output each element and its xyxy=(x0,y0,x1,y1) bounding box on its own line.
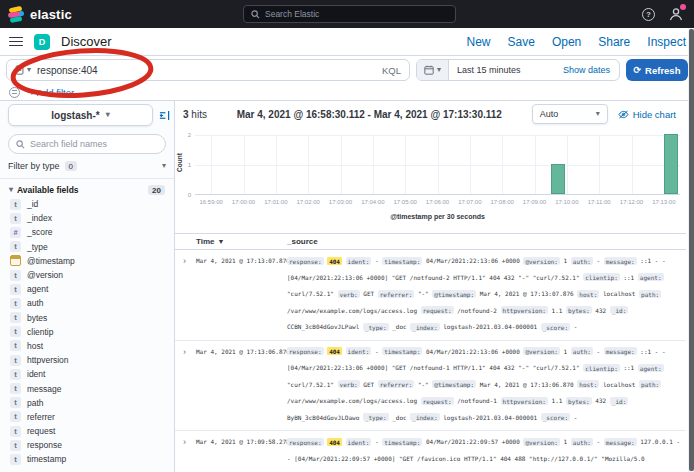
field-value: _doc xyxy=(392,323,406,330)
field-httpversion[interactable]: thttpversion xyxy=(0,353,174,367)
field-badge: @version: xyxy=(523,347,560,355)
user-avatar[interactable] xyxy=(668,6,684,22)
query-language-label[interactable]: KQL xyxy=(382,65,401,76)
discover-app-badge[interactable]: D xyxy=(34,34,50,50)
field-badge: response: xyxy=(287,347,324,355)
field-value: logstash-2021.03.04-000001 xyxy=(443,323,537,330)
field-value: /notfound-2 xyxy=(457,307,497,314)
field-request[interactable]: trequest xyxy=(0,424,174,438)
field-_type[interactable]: t_type xyxy=(0,240,174,254)
collapse-sidebar-icon[interactable] xyxy=(159,110,170,121)
field-value: - xyxy=(574,414,578,421)
x-tick: 17:06:00 xyxy=(426,199,449,205)
available-fields-count: 20 xyxy=(148,185,165,195)
string-field-icon: t xyxy=(10,355,21,366)
interval-select[interactable]: Auto ▾ xyxy=(532,104,608,124)
calendar-icon xyxy=(424,65,434,75)
field-value: CCBN_3cB04dGovJLPawl xyxy=(287,323,359,330)
field-badge: bytes: xyxy=(566,306,592,314)
field-value: 04/Mar/2021:22:13:06 +0000 xyxy=(426,348,520,355)
field-timestamp[interactable]: ttimestamp xyxy=(0,452,174,466)
field-_score[interactable]: #_score xyxy=(0,225,174,239)
global-search-placeholder: Search Elastic xyxy=(265,9,319,19)
field-badge: @timestamp: xyxy=(432,380,476,388)
field-response[interactable]: tresponse xyxy=(0,438,174,452)
refresh-button[interactable]: ⟳ Refresh xyxy=(626,59,688,81)
field-auth[interactable]: tauth xyxy=(0,296,174,310)
field-clientip[interactable]: tclientip xyxy=(0,325,174,339)
field-search-input[interactable]: Search field names xyxy=(8,134,166,154)
query-input[interactable]: ▾ response:404 KQL xyxy=(6,59,410,81)
expand-row-icon[interactable]: › xyxy=(183,434,196,450)
histogram-bar[interactable] xyxy=(551,164,565,194)
highlighted-value: 404 xyxy=(327,347,342,355)
time-column-header[interactable]: Time ▼ xyxy=(196,237,287,246)
sort-desc-icon[interactable]: ▼ xyxy=(218,238,225,245)
field-badge: host: xyxy=(577,380,599,388)
saved-query-icon[interactable] xyxy=(15,65,25,75)
global-search-input[interactable]: Search Elastic xyxy=(243,5,456,23)
hide-chart-link[interactable]: Hide chart xyxy=(618,109,676,120)
quick-select-button[interactable]: ▾ xyxy=(417,60,449,80)
field-_index[interactable]: t_index xyxy=(0,211,174,225)
string-field-icon: t xyxy=(10,298,21,309)
field-@timestamp[interactable]: @timestamp xyxy=(0,254,174,268)
field-bytes[interactable]: tbytes xyxy=(0,311,174,325)
field-name: request xyxy=(27,426,55,436)
field-badge: message: xyxy=(604,438,637,446)
query-text[interactable]: response:404 xyxy=(37,65,376,76)
field-ident[interactable]: tident xyxy=(0,367,174,381)
chevron-down-icon[interactable]: ▾ xyxy=(27,66,31,74)
brand-name: elastic xyxy=(30,7,72,22)
nav-action-save[interactable]: Save xyxy=(508,35,535,49)
expand-row-icon[interactable]: › xyxy=(183,253,196,269)
field-@version[interactable]: t@version xyxy=(0,268,174,282)
field-message[interactable]: tmessage xyxy=(0,381,174,395)
histogram-bar[interactable] xyxy=(664,134,678,194)
field-badge: response: xyxy=(287,438,324,446)
string-field-icon: t xyxy=(10,440,21,451)
string-field-icon: t xyxy=(10,213,21,224)
filter-by-type-toggle[interactable]: Filter by type 0 ▾ xyxy=(8,161,166,171)
nav-action-share[interactable]: Share xyxy=(598,35,630,49)
filter-menu-icon[interactable] xyxy=(9,87,20,98)
page-scrollbar[interactable] xyxy=(688,28,694,472)
field-_id[interactable]: t_id xyxy=(0,197,174,211)
field-referrer[interactable]: treferrer xyxy=(0,410,174,424)
field-value: 1.1 xyxy=(552,397,563,404)
field-path[interactable]: tpath xyxy=(0,396,174,410)
field-agent[interactable]: tagent xyxy=(0,282,174,296)
nav-action-inspect[interactable]: Inspect xyxy=(647,35,686,49)
field-badge: httpversion: xyxy=(501,397,548,405)
field-name: referrer xyxy=(27,412,55,422)
string-field-icon: t xyxy=(10,312,21,323)
field-badge: timestamp: xyxy=(382,347,422,355)
x-tick: 17:00:00 xyxy=(232,199,255,205)
field-host[interactable]: thost xyxy=(0,339,174,353)
time-range-value[interactable]: Last 15 minutes xyxy=(449,65,529,75)
field-value: ::1 xyxy=(623,274,634,281)
field-value: 1 xyxy=(564,257,568,264)
elastic-logo[interactable]: elastic xyxy=(8,6,72,22)
scrollbar-thumb[interactable] xyxy=(689,29,694,471)
field-value: ByBN_3cB04dGovJLOawo xyxy=(287,414,359,421)
string-field-icon: t xyxy=(10,326,21,337)
available-fields-accordion[interactable]: ▾ Available fields 20 xyxy=(9,185,165,195)
field-name: message xyxy=(27,384,62,394)
expand-row-icon[interactable]: › xyxy=(183,344,196,360)
nav-action-new[interactable]: New xyxy=(467,35,491,49)
row-source: response: 404 ident: - timestamp: 04/Mar… xyxy=(287,253,686,336)
help-icon[interactable]: ? xyxy=(642,8,655,21)
add-filter-link[interactable]: + Add filter xyxy=(29,87,74,98)
string-field-icon: t xyxy=(10,340,21,351)
field-name: _score xyxy=(27,227,53,237)
field-badge: host: xyxy=(577,290,599,298)
field-badge: @version: xyxy=(523,438,560,446)
nav-action-open[interactable]: Open xyxy=(552,35,581,49)
index-pattern-select[interactable]: logstash-*▾ xyxy=(8,104,153,126)
show-dates-link[interactable]: Show dates xyxy=(563,65,619,75)
field-name: bytes xyxy=(27,313,47,323)
field-badge: path: xyxy=(639,380,661,388)
field-value: - xyxy=(375,348,379,355)
menu-icon[interactable] xyxy=(9,37,23,47)
